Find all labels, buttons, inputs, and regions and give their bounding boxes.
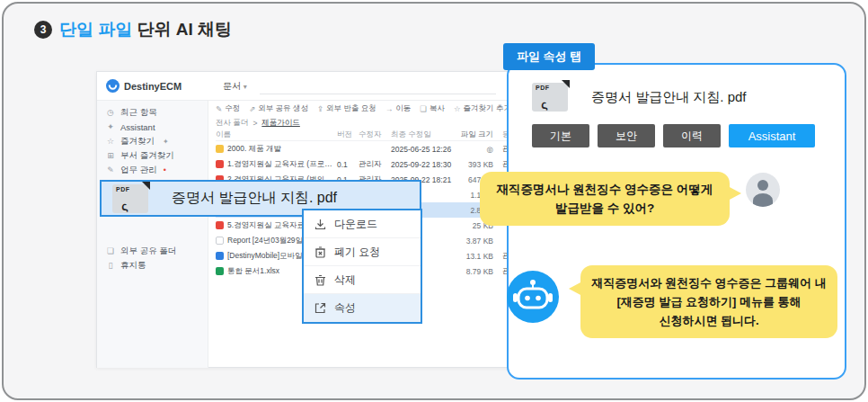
person-icon	[757, 180, 768, 191]
sidebar-item-trash[interactable]: ▯휴지통	[97, 258, 208, 272]
pdf-file-icon	[216, 221, 224, 229]
sparkle-icon: ✦	[106, 122, 115, 131]
table-row[interactable]: 2000. 제품 개발 2025-06-25 12:26◎관리자	[216, 141, 525, 156]
pdf-file-icon	[216, 160, 224, 168]
col-version: 버전	[337, 130, 359, 140]
pdf-icon: PDF ς	[112, 184, 148, 213]
panel-file-name: 증명서 발급안내 지침. pdf	[591, 89, 747, 106]
sidebar-item-task-management[interactable]: ✎업무 관리•	[97, 163, 208, 177]
pencil-icon: ✎	[106, 165, 115, 174]
clock-icon: ◷	[106, 108, 115, 117]
panel-file-header: PDF ς 증명서 발급안내 지침. pdf	[532, 83, 747, 112]
user-chat-bubble: 재직증명서나 원천징수 영수증은 어떻게 발급받을 수 있어?	[480, 172, 730, 226]
sidebar-item-dept-favorites[interactable]: ⊞부서 즐겨찾기	[97, 148, 208, 163]
page-title: 3 단일 파일 단위 AI 채팅	[34, 18, 232, 41]
breadcrumb-root[interactable]: 전사 폴더	[216, 118, 248, 129]
selected-file-name: 증명서 발급안내 지침. pdf	[172, 189, 337, 208]
screenshot-frame: 3 단일 파일 단위 AI 채팅 DestinyECM 문서 ▾ ☰ ◷최근 항…	[2, 2, 866, 400]
col-modifier: 수정자	[359, 130, 391, 140]
toolbar-move[interactable]: →이동	[385, 103, 412, 114]
breadcrumb-current[interactable]: 제품가이드	[261, 118, 300, 129]
col-file-size: 파일 크기	[457, 130, 497, 140]
notification-dot: •	[164, 165, 166, 174]
menu-item-download[interactable]: 다운로드	[304, 210, 421, 238]
tab-basic[interactable]: 기본	[532, 124, 589, 147]
ecm-logo: DestinyECM	[106, 79, 210, 93]
copy-icon: ❏	[420, 104, 427, 113]
doc-file-icon	[216, 252, 224, 260]
assistant-chat-bubble: 재직증명서와 원천징수 영수증은 그룹웨어 내 [재증명 발급 요청하기] 메뉴…	[580, 265, 837, 338]
col-modified-date: 최종 수정일	[391, 130, 457, 140]
menu-item-delete[interactable]: 삭제	[304, 266, 421, 294]
log-file-icon	[216, 237, 224, 245]
share-icon: ⇗	[249, 104, 255, 113]
tab-assistant[interactable]: Assistant	[729, 124, 815, 147]
toolbar-external-export[interactable]: ⇪외부 반출 요청	[317, 103, 376, 114]
move-icon: →	[385, 104, 394, 113]
context-menu: 다운로드 폐기 요청 삭제 속성	[302, 209, 422, 324]
step-number-badge: 3	[34, 21, 52, 39]
title-accent: 단일 파일	[59, 20, 132, 39]
xlsx-file-icon	[216, 267, 224, 275]
menu-item-discard-request[interactable]: 폐기 요청	[304, 238, 421, 266]
destiny-logo-icon	[106, 79, 120, 93]
col-name: 이름	[216, 130, 337, 140]
tab-security[interactable]: 보안	[598, 124, 655, 147]
tab-history[interactable]: 이력	[663, 124, 721, 147]
page-fold	[142, 182, 150, 190]
grid-icon: ⊞	[106, 151, 115, 160]
assistant-robot-avatar	[507, 271, 559, 323]
toolbar-edit[interactable]: ✎수정	[216, 103, 240, 114]
sidebar-item-external-share-folder[interactable]: ❏외부 공유 폴더	[97, 244, 208, 258]
user-avatar	[746, 173, 780, 207]
sidebar: ◷최근 항목 ✦Assistant ☆즐겨찾기✦ ⊞부서 즐겨찾기 ✎업무 관리…	[97, 101, 208, 368]
menu-item-properties[interactable]: 속성	[304, 294, 421, 322]
pdf-icon: PDF ς	[532, 83, 568, 112]
sidebar-item-assistant[interactable]: ✦Assistant	[97, 120, 208, 134]
discard-icon	[314, 246, 326, 258]
folder-icon	[216, 145, 224, 153]
search-input[interactable]	[260, 78, 496, 94]
pdf-glyph: ς	[120, 199, 129, 213]
scope-dropdown[interactable]: 문서 ▾	[223, 80, 247, 93]
toolbar-add-favorite[interactable]: ☆즐겨찾기 추가	[454, 103, 511, 114]
panel-tabs: 기본 보안 이력 Assistant	[532, 124, 815, 147]
trash-icon: ▯	[106, 261, 115, 270]
toolbar-copy[interactable]: ❏복사	[420, 103, 445, 114]
download-icon	[314, 219, 326, 230]
title-rest: 단위 AI 채팅	[137, 20, 233, 39]
table-row[interactable]: 1.경영지원실 교육자료 (프로젝트비용,여비지급… 0.1관리자 2025-0…	[216, 156, 525, 172]
panel-badge: 파일 속성 탭	[503, 43, 595, 70]
edit-icon: ✎	[216, 104, 222, 113]
sidebar-item-recent[interactable]: ◷최근 항목	[97, 105, 208, 120]
breadcrumb: 전사 폴더 > 제품가이드	[216, 117, 525, 129]
app-name: DestinyECM	[124, 81, 182, 92]
trash-icon	[314, 274, 326, 286]
bubble-tail	[569, 281, 582, 296]
star-icon: ☆	[454, 104, 461, 113]
chevron-down-icon: ▾	[244, 83, 247, 91]
pdf-glyph: ς	[540, 97, 549, 112]
bubble-tail	[728, 186, 741, 201]
pin-icon: ✦	[163, 138, 169, 146]
export-icon: ⇪	[317, 104, 323, 113]
toolbar-external-share[interactable]: ⇗외부 공유 생성	[249, 103, 308, 114]
action-toolbar: ✎수정 ⇗외부 공유 생성 ⇪외부 반출 요청 →이동 ❏복사 ☆즐겨찾기 추가…	[216, 101, 525, 117]
table-header: 이름 버전 수정자 최종 수정일 파일 크기 등록자	[216, 129, 525, 141]
star-icon: ☆	[106, 137, 115, 146]
breadcrumb-separator: >	[252, 119, 257, 128]
page-fold	[562, 80, 570, 88]
sidebar-item-favorites[interactable]: ☆즐겨찾기✦	[97, 134, 208, 148]
folder-share-icon: ❏	[106, 246, 115, 255]
external-link-icon	[314, 302, 326, 314]
ecm-topbar: DestinyECM 문서 ▾ ☰	[97, 72, 525, 101]
